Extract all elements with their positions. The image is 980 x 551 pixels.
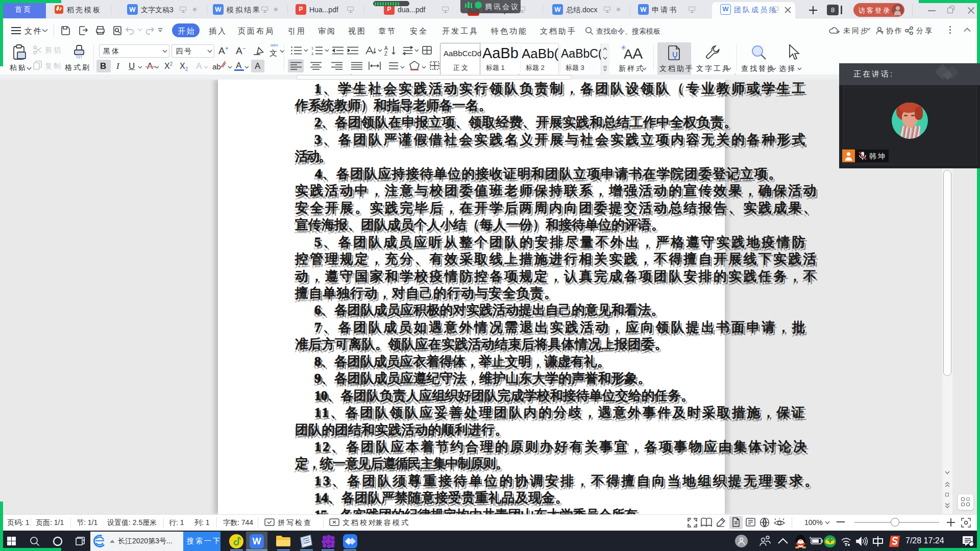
svg-text:1: 1 xyxy=(311,46,313,50)
svg-text:Z: Z xyxy=(384,51,387,56)
svg-text:3: 3 xyxy=(311,52,313,55)
svg-text:A: A xyxy=(384,45,388,51)
